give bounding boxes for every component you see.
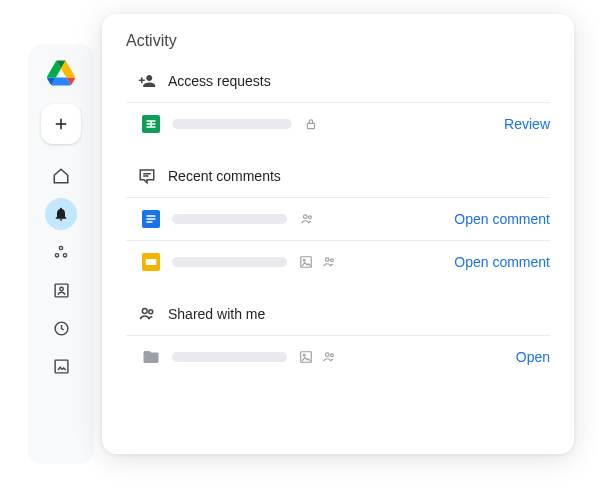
sidebar [28, 44, 94, 464]
folder-icon [142, 348, 160, 366]
home-icon [52, 167, 70, 185]
people-icon [321, 350, 337, 364]
section-recent-comments: Recent comments Open comment [126, 163, 550, 283]
svg-point-10 [304, 215, 308, 219]
nav-shared-drives[interactable] [45, 274, 77, 306]
svg-point-11 [308, 216, 311, 219]
comment-icon [138, 167, 156, 185]
svg-point-2 [63, 254, 66, 257]
person-add-icon [138, 72, 156, 90]
lock-icon [304, 117, 318, 131]
panel-title: Activity [126, 32, 550, 50]
image-meta-icon [299, 255, 313, 269]
review-action[interactable]: Review [504, 116, 550, 132]
svg-point-23 [330, 354, 333, 357]
svg-rect-6 [55, 360, 68, 373]
slides-file-icon [142, 253, 160, 271]
image-meta-icon [299, 350, 313, 364]
svg-rect-8 [308, 123, 315, 128]
google-drive-logo [47, 60, 75, 86]
open-comment-action[interactable]: Open comment [454, 254, 550, 270]
svg-point-4 [59, 287, 63, 291]
shared-row[interactable]: Open [126, 336, 550, 378]
nav-workspaces[interactable] [45, 236, 77, 268]
svg-point-16 [326, 258, 330, 262]
comment-row[interactable]: Open comment [126, 198, 550, 241]
section-label: Shared with me [168, 306, 265, 322]
docs-file-icon [142, 210, 160, 228]
comment-row[interactable]: Open comment [126, 241, 550, 283]
nav-activity[interactable] [45, 198, 77, 230]
nav-recent[interactable] [45, 312, 77, 344]
svg-point-0 [59, 246, 62, 249]
section-label: Recent comments [168, 168, 281, 184]
nav-photos[interactable] [45, 350, 77, 382]
people-icon [299, 212, 315, 226]
file-name-placeholder [172, 119, 292, 129]
sheets-file-icon [142, 115, 160, 133]
open-comment-action[interactable]: Open comment [454, 211, 550, 227]
workspaces-icon [53, 244, 69, 260]
person-box-icon [53, 282, 70, 299]
section-label: Access requests [168, 73, 271, 89]
svg-point-1 [55, 254, 58, 257]
svg-point-21 [303, 354, 305, 356]
open-action[interactable]: Open [516, 349, 550, 365]
new-button[interactable] [41, 104, 81, 144]
file-name-placeholder [172, 352, 287, 362]
svg-rect-13 [146, 259, 157, 265]
people-icon [138, 305, 156, 323]
file-name-placeholder [172, 214, 287, 224]
svg-point-18 [142, 309, 147, 314]
clock-icon [53, 320, 70, 337]
svg-point-19 [149, 310, 153, 314]
section-access-requests: Access requests Review [126, 68, 550, 145]
svg-point-22 [326, 353, 330, 357]
file-name-placeholder [172, 257, 287, 267]
svg-point-17 [330, 259, 333, 262]
image-box-icon [53, 358, 70, 375]
nav-home[interactable] [45, 160, 77, 192]
people-icon [321, 255, 337, 269]
activity-panel: Activity Access requests Review R [102, 14, 574, 454]
section-shared-with-me: Shared with me Open [126, 301, 550, 378]
plus-icon [52, 115, 70, 133]
bell-icon [53, 206, 69, 222]
access-request-row[interactable]: Review [126, 103, 550, 145]
svg-point-15 [303, 259, 305, 261]
